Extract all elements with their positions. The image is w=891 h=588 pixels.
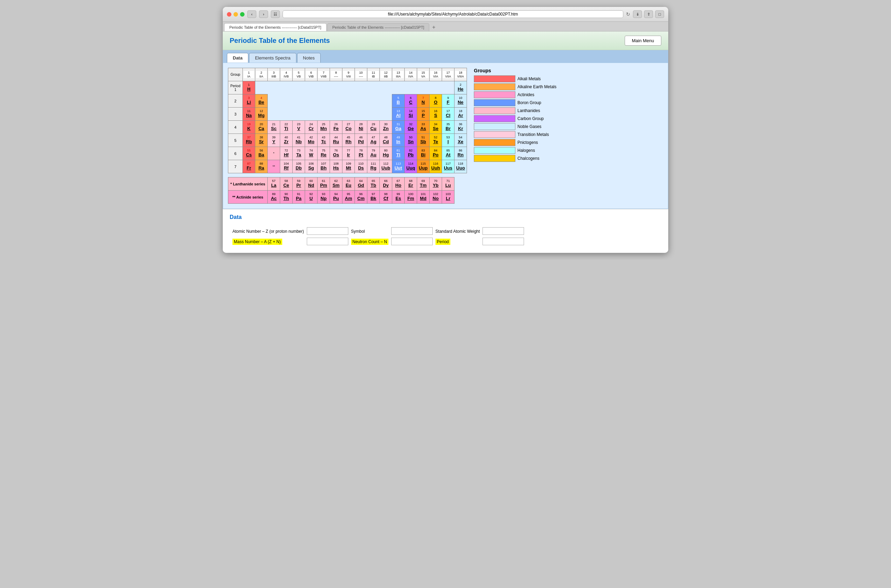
element-Tc[interactable]: 43Tc [318, 134, 330, 147]
atomic-weight-input-cell[interactable] [483, 227, 524, 235]
element-Bk[interactable]: 97Bk [368, 190, 380, 204]
element-Fr[interactable]: 87Fr [243, 160, 255, 173]
minimize-button[interactable] [234, 12, 238, 16]
element-I[interactable]: 53I [442, 134, 454, 147]
element-Ba[interactable]: 56Ba [255, 147, 268, 160]
main-menu-button[interactable]: Main Menu [625, 36, 662, 46]
element-Mt[interactable]: 109Mt [342, 160, 355, 173]
period-input[interactable] [483, 238, 524, 245]
element-Fe[interactable]: 26Fe [330, 121, 342, 134]
element-Tb[interactable]: 65Tb [368, 177, 380, 190]
element-Am[interactable]: 95Am [342, 190, 355, 204]
element-Y[interactable]: 39Y [268, 134, 280, 147]
element-Cm[interactable]: 96Cm [355, 190, 368, 204]
new-tab-button[interactable]: + [430, 24, 437, 30]
element-Ac[interactable]: 89Ac [268, 190, 280, 204]
legend-chalcogens[interactable]: Chalcogens [474, 155, 556, 162]
element-Uuo[interactable]: 118Uuo [454, 160, 467, 173]
element-B[interactable]: 5B [392, 94, 405, 108]
element-Ru[interactable]: 44Ru [330, 134, 342, 147]
element-Pd[interactable]: 46Pd [355, 134, 368, 147]
element-Mo[interactable]: 42Mo [305, 134, 318, 147]
element-Np[interactable]: 93Np [318, 190, 330, 204]
symbol-input-cell[interactable] [391, 227, 433, 235]
element-Nb[interactable]: 41Nb [292, 134, 305, 147]
element-Cs[interactable]: 55Cs [243, 147, 255, 160]
element-Hs[interactable]: 108Hs [330, 160, 342, 173]
element-Sr[interactable]: 38Sr [255, 134, 268, 147]
element-O[interactable]: 8O [430, 94, 442, 108]
element-F[interactable]: 9F [442, 94, 454, 108]
element-U[interactable]: 92U [305, 190, 318, 204]
element-Co[interactable]: 27Co [342, 121, 355, 134]
element-Rn[interactable]: 86Rn [454, 147, 467, 160]
element-Md[interactable]: 101Md [417, 190, 430, 204]
element-Tm[interactable]: 69Tm [417, 177, 430, 190]
element-V[interactable]: 23V [292, 121, 305, 134]
element-Au[interactable]: 79Au [368, 147, 380, 160]
element-Se[interactable]: 34Se [430, 121, 442, 134]
element-Pr[interactable]: 59Pr [292, 177, 305, 190]
forward-button[interactable]: › [259, 10, 268, 18]
close-button[interactable] [227, 12, 231, 16]
tab-elements-spectra[interactable]: Elements Spectra [249, 53, 296, 63]
element-Os[interactable]: 76Os [330, 147, 342, 160]
element-Te[interactable]: 52Te [430, 134, 442, 147]
element-Xe[interactable]: 54Xe [454, 134, 467, 147]
element-N[interactable]: 7N [417, 94, 430, 108]
element-Zr[interactable]: 40Zr [280, 134, 292, 147]
element-Es[interactable]: 99Es [392, 190, 405, 204]
element-Sb[interactable]: 51Sb [417, 134, 430, 147]
element-Db[interactable]: 105Db [292, 160, 305, 173]
element-W[interactable]: 74W [305, 147, 318, 160]
element-Uub[interactable]: 112Uub [380, 160, 392, 173]
legend-pnictogens[interactable]: Pnictogens [474, 139, 556, 146]
element-Sc[interactable]: 21Sc [268, 121, 280, 134]
element-S[interactable]: 16S [430, 108, 442, 121]
neutron-count-input[interactable] [391, 238, 433, 245]
element-Hg[interactable]: 80Hg [380, 147, 392, 160]
element-Si[interactable]: 14Si [405, 108, 417, 121]
element-No[interactable]: 102No [430, 190, 442, 204]
element-Pa[interactable]: 91Pa [292, 190, 305, 204]
element-Rg[interactable]: 111Rg [368, 160, 380, 173]
legend-carbon-group[interactable]: Carbon Group [474, 115, 556, 122]
element-At[interactable]: 85At [442, 147, 454, 160]
share-button[interactable]: ⇧ [644, 10, 653, 18]
element-Lr[interactable]: 103Lr [442, 190, 454, 204]
element-Sg[interactable]: 106Sg [305, 160, 318, 173]
legend-actinides[interactable]: Actinides [474, 92, 556, 98]
element-Th[interactable]: 90Th [280, 190, 292, 204]
element-Be[interactable]: 4Be [255, 94, 268, 108]
element-Kr[interactable]: 36Kr [454, 121, 467, 134]
element-Ta[interactable]: 73Ta [292, 147, 305, 160]
element-La-ref[interactable]: * [268, 147, 280, 160]
element-Ga[interactable]: 31Ga [392, 121, 405, 134]
element-As[interactable]: 33As [417, 121, 430, 134]
element-Cu[interactable]: 29Cu [368, 121, 380, 134]
reload-button[interactable]: ↻ [626, 11, 630, 17]
element-Uup[interactable]: 115Uup [417, 160, 430, 173]
element-Pm[interactable]: 61Pm [318, 177, 330, 190]
element-La[interactable]: 57La [268, 177, 280, 190]
element-Ac-ref[interactable]: ** [268, 160, 280, 173]
element-Ca[interactable]: 20Ca [255, 121, 268, 134]
legend-halogens[interactable]: Halogens [474, 147, 556, 154]
legend-alkaline-earth[interactable]: Alkaline Earth Metals [474, 83, 556, 90]
element-Sn[interactable]: 50Sn [405, 134, 417, 147]
legend-noble-gases[interactable]: Noble Gases [474, 123, 556, 130]
element-Li[interactable]: 3Li [243, 94, 255, 108]
element-Ti[interactable]: 22Ti [280, 121, 292, 134]
element-Rh[interactable]: 45Rh [342, 134, 355, 147]
mass-number-input-cell[interactable] [307, 238, 348, 245]
element-Eu[interactable]: 63Eu [342, 177, 355, 190]
browser-tab-1[interactable]: Periodic Table of the Elements ---------… [224, 23, 327, 31]
element-Gd[interactable]: 64Gd [355, 177, 368, 190]
element-Ne[interactable]: 10Ne [454, 94, 467, 108]
tab-notes[interactable]: Notes [297, 53, 321, 63]
element-Br[interactable]: 35Br [442, 121, 454, 134]
atomic-number-input-cell[interactable] [307, 227, 348, 235]
element-Yb[interactable]: 70Yb [430, 177, 442, 190]
element-Tl[interactable]: 81Tl [392, 147, 405, 160]
legend-boron-group[interactable]: Boron Group [474, 99, 556, 106]
